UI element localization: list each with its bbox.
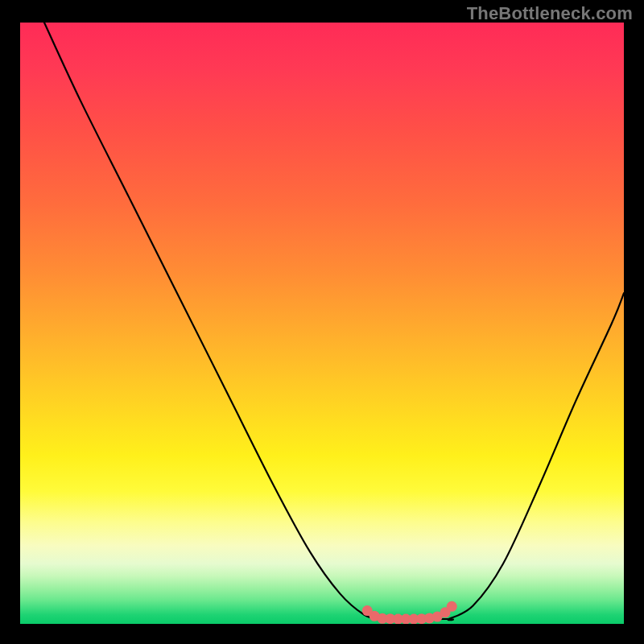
watermark-text: TheBottleneck.com <box>467 3 633 24</box>
minimum-dots-group <box>362 601 457 624</box>
plot-area <box>20 23 624 624</box>
chart-frame: TheBottleneck.com <box>0 0 644 644</box>
minimum-dot <box>447 601 457 612</box>
minimum-dots-layer <box>20 23 624 624</box>
